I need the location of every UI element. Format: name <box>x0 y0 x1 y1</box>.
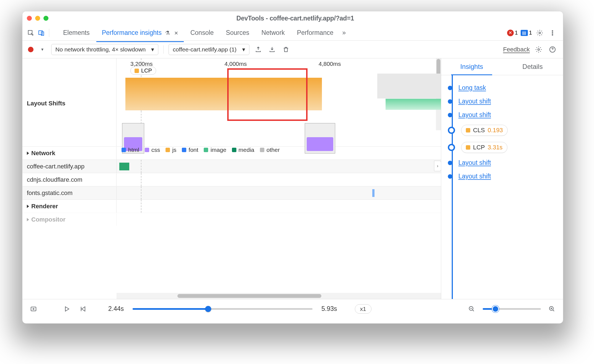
feedback-link[interactable]: Feedback <box>503 46 530 53</box>
minimize-window-button[interactable] <box>35 16 40 21</box>
import-icon[interactable] <box>267 45 277 54</box>
record-button[interactable] <box>28 47 33 52</box>
playback-slider[interactable] <box>133 308 313 310</box>
playback-speed-pill[interactable]: x1 <box>355 304 371 314</box>
time-tick: 4,000ms <box>224 61 247 67</box>
time-tick: 3,200ms <box>130 61 153 67</box>
export-icon[interactable] <box>253 45 263 54</box>
settings-icon[interactable] <box>535 28 545 38</box>
section-network-label: Network <box>31 150 55 157</box>
svg-point-7 <box>538 49 539 50</box>
playback-slider-thumb[interactable] <box>205 306 211 312</box>
help-icon[interactable] <box>547 45 557 54</box>
zoom-slider-thumb[interactable] <box>492 305 499 313</box>
network-row-track[interactable] <box>117 173 441 186</box>
record-dropdown-icon[interactable]: ▾ <box>37 45 47 54</box>
recording-selector-dropdown[interactable]: coffee-cart.netlify.app (1) ▾ <box>169 44 249 55</box>
svg-point-4 <box>552 30 553 31</box>
more-options-icon[interactable] <box>547 28 557 38</box>
insights-sidebar: Insights Details Long task Layout shift … <box>441 58 563 299</box>
playback-start-time: 2.44s <box>108 305 124 313</box>
error-count: 1 <box>515 30 518 36</box>
play-button[interactable] <box>62 304 72 314</box>
network-row-label: fonts.gstatic.com <box>22 187 117 199</box>
tab-insights[interactable]: Insights <box>441 58 502 75</box>
metric-name: LCP <box>473 144 485 151</box>
close-window-button[interactable] <box>27 16 32 21</box>
expand-icon <box>27 152 29 155</box>
tab-performance-insights[interactable]: Performance insights ⚗ ✕ <box>96 26 184 40</box>
section-network-header[interactable]: Network <box>22 147 117 160</box>
insight-layout-shift[interactable]: Layout shift <box>458 159 491 167</box>
metric-value: 3.31s <box>488 144 503 151</box>
lcp-marker-pill[interactable]: LCP <box>130 67 156 75</box>
timeline-chart[interactable]: 3,200ms 4,000ms 4,800ms LCP <box>117 58 441 111</box>
section-renderer-header[interactable]: Renderer <box>22 200 117 213</box>
timeline-node <box>448 174 452 179</box>
delete-icon[interactable] <box>281 45 291 54</box>
insights-list[interactable]: Long task Layout shift Layout shift CLS … <box>441 75 563 299</box>
chevron-down-icon: ▾ <box>151 46 154 53</box>
timeline-node-major <box>448 144 455 151</box>
maximize-window-button[interactable] <box>43 16 48 21</box>
tab-performance[interactable]: Performance <box>291 26 339 40</box>
throttling-dropdown[interactable]: No network throttling, 4× slowdown ▾ <box>51 44 158 55</box>
legend-js: js <box>172 147 176 153</box>
network-legend: html css js font image media other <box>117 147 441 153</box>
tab-console[interactable]: Console <box>185 26 219 40</box>
error-count-badge[interactable]: ✕ 1 <box>507 30 518 36</box>
network-row-track[interactable] <box>117 186 441 199</box>
timeline-node <box>448 86 452 90</box>
zoom-in-icon[interactable] <box>547 304 557 314</box>
metric-swatch-icon <box>466 145 470 150</box>
timeline-node <box>448 99 452 104</box>
error-icon: ✕ <box>507 30 514 36</box>
expand-icon <box>27 218 29 221</box>
metric-lcp-card[interactable]: LCP 3.31s <box>461 142 507 153</box>
selection-highlight[interactable] <box>227 68 308 121</box>
scrollbar-thumb[interactable] <box>177 294 321 298</box>
metric-value: 0.193 <box>488 127 503 134</box>
recording-label: coffee-cart.netlify.app (1) <box>173 46 236 53</box>
legend-media: media <box>239 147 254 153</box>
close-tab-button[interactable]: ✕ <box>174 30 178 36</box>
tab-network[interactable]: Network <box>256 26 290 40</box>
expand-panel-button[interactable]: › <box>434 161 441 171</box>
tab-sources[interactable]: Sources <box>220 26 255 40</box>
message-icon: ▤ <box>521 30 528 36</box>
idle-block <box>377 74 441 98</box>
devtools-window: DevTools - coffee-cart.netlify.app/?ad=1… <box>22 11 563 324</box>
chevron-down-icon: ▾ <box>242 46 245 53</box>
message-count-badge[interactable]: ▤ 1 <box>521 30 532 36</box>
horizontal-scrollbar[interactable] <box>117 293 441 299</box>
svg-point-6 <box>552 34 553 35</box>
tab-elements[interactable]: Elements <box>58 26 95 40</box>
expand-icon <box>27 205 29 208</box>
tabs-overflow-button[interactable]: » <box>340 26 348 40</box>
metric-swatch-icon <box>466 128 470 132</box>
network-row-label: coffee-cart.netlify.app <box>22 160 117 173</box>
legend-other: other <box>267 147 280 153</box>
tab-details[interactable]: Details <box>502 58 563 75</box>
panel-settings-icon[interactable] <box>534 45 544 54</box>
insight-layout-shift[interactable]: Layout shift <box>458 173 491 180</box>
zoom-slider[interactable] <box>483 308 541 310</box>
svg-rect-9 <box>31 307 36 311</box>
section-compositor-header[interactable]: Compositor <box>22 213 117 226</box>
rewind-button[interactable] <box>78 304 88 314</box>
device-toolbar-icon[interactable] <box>36 28 46 38</box>
insights-tabs: Insights Details <box>441 58 563 75</box>
inspect-element-icon[interactable] <box>26 28 36 38</box>
insight-layout-shift[interactable]: Layout shift <box>458 111 491 119</box>
metric-cls-card[interactable]: CLS 0.193 <box>461 125 508 136</box>
paint-block[interactable] <box>386 99 441 110</box>
insight-layout-shift[interactable]: Layout shift <box>458 98 491 105</box>
legend-font: font <box>188 147 198 153</box>
toggle-screenshots-icon[interactable] <box>29 304 38 314</box>
network-row-track[interactable] <box>117 160 441 173</box>
zoom-out-icon[interactable] <box>467 304 477 314</box>
svg-rect-1 <box>39 31 42 35</box>
insight-long-task[interactable]: Long task <box>458 84 486 92</box>
window-title: DevTools - coffee-cart.netlify.app/?ad=1 <box>54 15 536 22</box>
section-label-layout-shifts: Layout Shifts <box>22 58 117 111</box>
